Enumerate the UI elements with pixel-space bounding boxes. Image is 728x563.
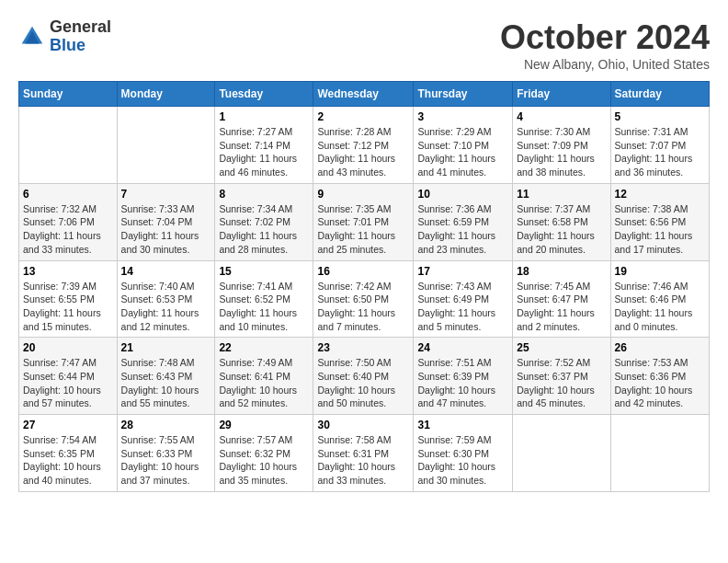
day-number: 3 (417, 110, 508, 123)
day-number: 16 (317, 265, 409, 278)
day-number: 6 (23, 188, 113, 201)
calendar-cell: 12Sunrise: 7:38 AMSunset: 6:56 PMDayligh… (610, 183, 709, 260)
calendar-cell: 11Sunrise: 7:37 AMSunset: 6:58 PMDayligh… (513, 183, 610, 260)
calendar-cell (513, 415, 610, 492)
day-number: 5 (615, 110, 705, 123)
calendar-cell: 29Sunrise: 7:57 AMSunset: 6:32 PMDayligh… (215, 415, 313, 492)
calendar-cell: 7Sunrise: 7:33 AMSunset: 7:04 PMDaylight… (117, 183, 215, 260)
day-number: 13 (23, 265, 113, 278)
calendar-week-4: 27Sunrise: 7:54 AMSunset: 6:35 PMDayligh… (19, 415, 710, 492)
header-saturday: Saturday (610, 82, 709, 107)
header-monday: Monday (117, 82, 215, 107)
day-number: 11 (517, 188, 606, 201)
day-info: Sunrise: 7:52 AMSunset: 6:37 PMDaylight:… (517, 356, 606, 410)
calendar-cell: 16Sunrise: 7:42 AMSunset: 6:50 PMDayligh… (313, 260, 414, 338)
calendar-cell: 27Sunrise: 7:54 AMSunset: 6:35 PMDayligh… (19, 415, 118, 492)
calendar-cell: 20Sunrise: 7:47 AMSunset: 6:44 PMDayligh… (19, 338, 118, 415)
day-info: Sunrise: 7:34 AMSunset: 7:02 PMDaylight:… (219, 202, 309, 257)
page-header: General Blue October 2024 New Albany, Oh… (18, 18, 710, 72)
calendar-cell: 26Sunrise: 7:53 AMSunset: 6:36 PMDayligh… (610, 338, 709, 415)
day-number: 7 (121, 188, 211, 201)
calendar-cell: 9Sunrise: 7:35 AMSunset: 7:01 PMDaylight… (313, 183, 414, 260)
calendar-cell: 1Sunrise: 7:27 AMSunset: 7:14 PMDaylight… (215, 107, 313, 184)
day-info: Sunrise: 7:36 AMSunset: 6:59 PMDaylight:… (417, 202, 508, 257)
day-info: Sunrise: 7:51 AMSunset: 6:39 PMDaylight:… (417, 356, 508, 410)
header-friday: Friday (513, 82, 610, 107)
day-info: Sunrise: 7:50 AMSunset: 6:40 PMDaylight:… (317, 356, 409, 410)
day-number: 4 (517, 110, 606, 123)
calendar-cell: 18Sunrise: 7:45 AMSunset: 6:47 PMDayligh… (513, 260, 610, 338)
header-tuesday: Tuesday (215, 82, 313, 107)
day-info: Sunrise: 7:30 AMSunset: 7:09 PMDaylight:… (517, 125, 606, 179)
day-number: 14 (121, 265, 211, 278)
calendar-cell: 31Sunrise: 7:59 AMSunset: 6:30 PMDayligh… (414, 415, 513, 492)
calendar-cell: 10Sunrise: 7:36 AMSunset: 6:59 PMDayligh… (414, 183, 513, 260)
calendar-cell: 28Sunrise: 7:55 AMSunset: 6:33 PMDayligh… (117, 415, 215, 492)
calendar-cell: 17Sunrise: 7:43 AMSunset: 6:49 PMDayligh… (414, 260, 513, 338)
day-number: 28 (121, 419, 211, 431)
header-thursday: Thursday (414, 82, 513, 107)
day-number: 17 (417, 265, 508, 278)
day-info: Sunrise: 7:41 AMSunset: 6:52 PMDaylight:… (219, 280, 309, 334)
calendar-cell (610, 415, 709, 492)
day-number: 12 (615, 188, 705, 201)
day-info: Sunrise: 7:45 AMSunset: 6:47 PMDaylight:… (517, 280, 606, 334)
day-number: 15 (219, 265, 309, 278)
day-info: Sunrise: 7:32 AMSunset: 7:06 PMDaylight:… (23, 202, 113, 257)
day-info: Sunrise: 7:53 AMSunset: 6:36 PMDaylight:… (615, 356, 705, 410)
calendar-cell: 2Sunrise: 7:28 AMSunset: 7:12 PMDaylight… (313, 107, 414, 184)
day-info: Sunrise: 7:55 AMSunset: 6:33 PMDaylight:… (121, 433, 211, 488)
logo-icon (18, 23, 46, 51)
day-info: Sunrise: 7:46 AMSunset: 6:46 PMDaylight:… (615, 280, 705, 334)
day-info: Sunrise: 7:37 AMSunset: 6:58 PMDaylight:… (517, 202, 606, 257)
day-info: Sunrise: 7:28 AMSunset: 7:12 PMDaylight:… (317, 125, 409, 179)
day-number: 8 (219, 188, 309, 201)
day-number: 25 (517, 341, 606, 354)
calendar-cell: 25Sunrise: 7:52 AMSunset: 6:37 PMDayligh… (513, 338, 610, 415)
logo-general: General (50, 18, 111, 37)
logo-blue: Blue (50, 37, 111, 55)
day-info: Sunrise: 7:47 AMSunset: 6:44 PMDaylight:… (23, 356, 113, 410)
calendar-cell: 4Sunrise: 7:30 AMSunset: 7:09 PMDaylight… (513, 107, 610, 184)
day-number: 19 (615, 265, 705, 278)
calendar-cell: 5Sunrise: 7:31 AMSunset: 7:07 PMDaylight… (610, 107, 709, 184)
calendar-cell: 24Sunrise: 7:51 AMSunset: 6:39 PMDayligh… (414, 338, 513, 415)
day-info: Sunrise: 7:38 AMSunset: 6:56 PMDaylight:… (615, 202, 705, 257)
calendar-cell: 23Sunrise: 7:50 AMSunset: 6:40 PMDayligh… (313, 338, 414, 415)
calendar-cell: 15Sunrise: 7:41 AMSunset: 6:52 PMDayligh… (215, 260, 313, 338)
calendar-cell: 21Sunrise: 7:48 AMSunset: 6:43 PMDayligh… (117, 338, 215, 415)
calendar-body: 1Sunrise: 7:27 AMSunset: 7:14 PMDaylight… (19, 107, 710, 492)
day-number: 29 (219, 419, 309, 431)
day-info: Sunrise: 7:57 AMSunset: 6:32 PMDaylight:… (219, 433, 309, 488)
calendar-cell: 13Sunrise: 7:39 AMSunset: 6:55 PMDayligh… (19, 260, 118, 338)
day-info: Sunrise: 7:48 AMSunset: 6:43 PMDaylight:… (121, 356, 211, 410)
day-info: Sunrise: 7:43 AMSunset: 6:49 PMDaylight:… (417, 280, 508, 334)
day-number: 10 (417, 188, 508, 201)
calendar-cell: 3Sunrise: 7:29 AMSunset: 7:10 PMDaylight… (414, 107, 513, 184)
calendar-cell: 6Sunrise: 7:32 AMSunset: 7:06 PMDaylight… (19, 183, 118, 260)
day-number: 30 (317, 419, 409, 431)
day-info: Sunrise: 7:54 AMSunset: 6:35 PMDaylight:… (23, 433, 113, 488)
day-number: 23 (317, 341, 409, 354)
calendar-cell (19, 107, 118, 184)
day-number: 27 (23, 419, 113, 431)
day-number: 20 (23, 341, 113, 354)
calendar-week-3: 20Sunrise: 7:47 AMSunset: 6:44 PMDayligh… (19, 338, 710, 415)
calendar-header: SundayMondayTuesdayWednesdayThursdayFrid… (19, 82, 710, 107)
day-info: Sunrise: 7:49 AMSunset: 6:41 PMDaylight:… (219, 356, 309, 410)
day-info: Sunrise: 7:59 AMSunset: 6:30 PMDaylight:… (417, 433, 508, 488)
day-info: Sunrise: 7:35 AMSunset: 7:01 PMDaylight:… (317, 202, 409, 257)
day-number: 24 (417, 341, 508, 354)
calendar-cell: 14Sunrise: 7:40 AMSunset: 6:53 PMDayligh… (117, 260, 215, 338)
day-info: Sunrise: 7:39 AMSunset: 6:55 PMDaylight:… (23, 280, 113, 334)
calendar-cell (117, 107, 215, 184)
day-info: Sunrise: 7:31 AMSunset: 7:07 PMDaylight:… (615, 125, 705, 179)
day-info: Sunrise: 7:27 AMSunset: 7:14 PMDaylight:… (219, 125, 309, 179)
calendar-cell: 22Sunrise: 7:49 AMSunset: 6:41 PMDayligh… (215, 338, 313, 415)
day-info: Sunrise: 7:33 AMSunset: 7:04 PMDaylight:… (121, 202, 211, 257)
calendar-cell: 8Sunrise: 7:34 AMSunset: 7:02 PMDaylight… (215, 183, 313, 260)
day-number: 31 (417, 419, 508, 431)
calendar-cell: 19Sunrise: 7:46 AMSunset: 6:46 PMDayligh… (610, 260, 709, 338)
day-number: 9 (317, 188, 409, 201)
day-info: Sunrise: 7:42 AMSunset: 6:50 PMDaylight:… (317, 280, 409, 334)
